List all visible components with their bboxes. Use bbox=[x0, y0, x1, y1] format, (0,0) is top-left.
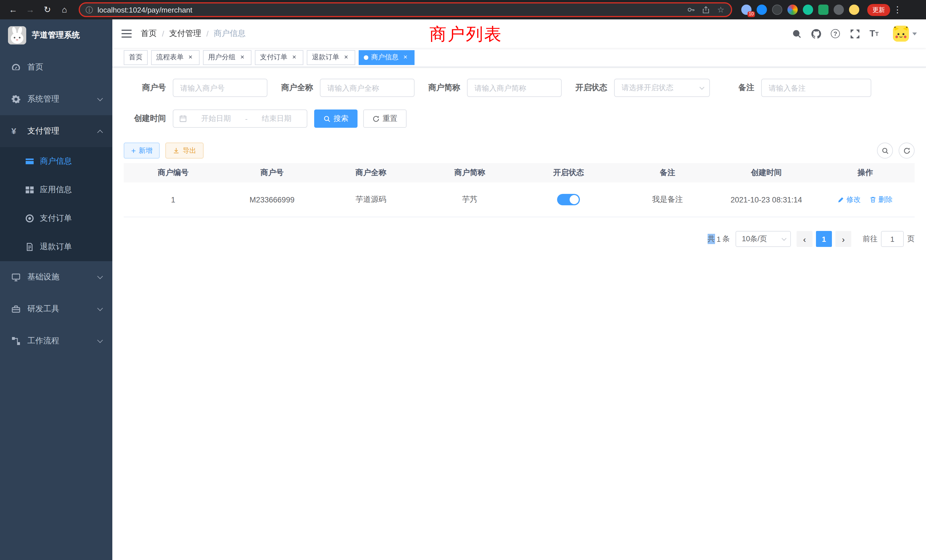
browser-menu-icon[interactable]: ⋮ bbox=[892, 5, 903, 15]
edit-icon bbox=[838, 196, 845, 203]
calendar-icon bbox=[179, 115, 187, 123]
monitor-icon bbox=[11, 272, 21, 282]
sidebar-toggle[interactable] bbox=[121, 30, 132, 38]
tab-pay-order[interactable]: 支付订单 × bbox=[255, 50, 303, 65]
add-button[interactable]: + 新增 bbox=[124, 142, 160, 159]
extension-icon[interactable]: 10 bbox=[741, 5, 752, 15]
chevron-down-icon bbox=[97, 274, 103, 279]
address-bar[interactable]: ⓘ localhost:1024/pay/merchant ☆ bbox=[79, 2, 732, 17]
cell-full-name: 芋道源码 bbox=[322, 194, 421, 205]
tab-close-icon[interactable]: × bbox=[401, 53, 409, 61]
main-area: 首页 / 支付管理 / 商户信息 商户列表 ? bbox=[112, 20, 926, 560]
edit-link[interactable]: 修改 bbox=[838, 195, 861, 204]
workflow-icon bbox=[11, 336, 21, 345]
tab-home[interactable]: 首页 bbox=[124, 50, 148, 65]
remark-input[interactable] bbox=[761, 79, 871, 97]
refresh-icon bbox=[372, 115, 380, 122]
goto-page-input[interactable] bbox=[881, 231, 904, 247]
browser-chrome: ← → ↻ ⌂ ⓘ localhost:1024/pay/merchant ☆ … bbox=[0, 0, 926, 20]
home-button[interactable]: ⌂ bbox=[57, 2, 72, 17]
sidebar-item-app-info[interactable]: 应用信息 bbox=[0, 176, 112, 204]
tab-close-icon[interactable]: × bbox=[186, 53, 194, 61]
refresh-icon bbox=[903, 147, 910, 154]
extension-icon[interactable] bbox=[803, 5, 813, 15]
extension-icon[interactable] bbox=[849, 5, 859, 15]
navbar-actions: ? TT bbox=[790, 26, 917, 42]
active-tab-dot bbox=[364, 55, 368, 60]
col-actions: 操作 bbox=[816, 168, 915, 178]
merchant-no-input[interactable] bbox=[173, 79, 268, 97]
date-separator: - bbox=[245, 114, 248, 123]
pagination: 共 1 条 10条/页 ‹ 1 › 前往 页 bbox=[124, 231, 915, 247]
sidebar-item-label: 系统管理 bbox=[27, 94, 59, 104]
refresh-table-button[interactable] bbox=[899, 142, 915, 159]
tab-label: 支付订单 bbox=[260, 53, 287, 62]
header-search-icon[interactable] bbox=[790, 27, 803, 40]
full-name-input[interactable] bbox=[320, 79, 415, 97]
create-time-range-picker[interactable]: 开始日期 - 结束日期 bbox=[173, 109, 307, 128]
tab-label: 退款订单 bbox=[312, 53, 339, 62]
bookmark-star-icon[interactable]: ☆ bbox=[716, 5, 725, 14]
breadcrumb-separator: / bbox=[206, 29, 209, 38]
extension-icon[interactable] bbox=[834, 5, 844, 15]
toggle-search-button[interactable] bbox=[877, 142, 893, 159]
delete-link[interactable]: 删除 bbox=[870, 195, 893, 204]
tab-close-icon[interactable]: × bbox=[238, 53, 246, 61]
password-key-icon[interactable] bbox=[687, 5, 696, 14]
reload-button[interactable]: ↻ bbox=[40, 2, 55, 17]
merchant-no-label: 商户号 bbox=[124, 83, 166, 93]
tab-user-group[interactable]: 用户分组 × bbox=[203, 50, 251, 65]
dashboard-icon bbox=[11, 63, 21, 72]
share-icon[interactable] bbox=[701, 5, 710, 14]
breadcrumb-home[interactable]: 首页 bbox=[141, 29, 157, 39]
document-icon bbox=[25, 242, 34, 251]
status-toggle[interactable] bbox=[557, 194, 580, 205]
breadcrumb-section[interactable]: 支付管理 bbox=[169, 29, 201, 39]
prev-page-button[interactable]: ‹ bbox=[797, 231, 813, 247]
sidebar-item-label: 退款订单 bbox=[40, 242, 72, 252]
col-remark: 备注 bbox=[618, 168, 717, 178]
tab-close-icon[interactable]: × bbox=[342, 53, 350, 61]
tab-process-form[interactable]: 流程表单 × bbox=[151, 50, 200, 65]
reset-button[interactable]: 重置 bbox=[363, 109, 407, 128]
sidebar-item-payment[interactable]: ¥ 支付管理 bbox=[0, 115, 112, 147]
search-button[interactable]: 搜索 bbox=[314, 109, 357, 128]
sidebar-item-devtools[interactable]: 研发工具 bbox=[0, 293, 112, 325]
help-icon[interactable]: ? bbox=[829, 27, 841, 40]
forward-button[interactable]: → bbox=[23, 2, 38, 17]
export-button[interactable]: 导出 bbox=[165, 142, 204, 159]
extension-icon[interactable] bbox=[818, 5, 829, 15]
short-name-input[interactable] bbox=[467, 79, 561, 97]
sidebar-item-merchant-info[interactable]: 商户信息 bbox=[0, 147, 112, 176]
plus-icon: + bbox=[131, 147, 136, 154]
extension-icon[interactable] bbox=[787, 5, 798, 15]
tab-merchant-info[interactable]: 商户信息 × bbox=[359, 50, 415, 65]
tab-close-icon[interactable]: × bbox=[290, 53, 298, 61]
sidebar-item-workflow[interactable]: 工作流程 bbox=[0, 325, 112, 357]
sidebar-item-refund-order[interactable]: 退款订单 bbox=[0, 233, 112, 261]
sidebar-item-system[interactable]: 系统管理 bbox=[0, 83, 112, 115]
page-1-button[interactable]: 1 bbox=[816, 231, 832, 247]
user-menu[interactable] bbox=[893, 26, 917, 42]
filter-row-2: 创建时间 开始日期 - 结束日期 搜索 重置 bbox=[124, 109, 915, 128]
extension-icon[interactable] bbox=[757, 5, 767, 15]
status-select[interactable]: 请选择开启状态 bbox=[614, 79, 710, 97]
col-merchant-no: 商户号 bbox=[222, 168, 322, 178]
font-size-icon[interactable]: TT bbox=[868, 27, 881, 40]
github-icon[interactable] bbox=[809, 27, 822, 40]
back-button[interactable]: ← bbox=[6, 2, 21, 17]
sidebar-item-home[interactable]: 首页 bbox=[0, 51, 112, 83]
sidebar-item-pay-order[interactable]: 支付订单 bbox=[0, 204, 112, 233]
next-page-button[interactable]: › bbox=[835, 231, 851, 247]
tab-refund-order[interactable]: 退款订单 × bbox=[307, 50, 355, 65]
sidebar-item-label: 商户信息 bbox=[40, 156, 72, 166]
browser-update-button[interactable]: 更新 bbox=[867, 4, 890, 16]
app-logo[interactable]: 芋道管理系统 bbox=[0, 20, 112, 51]
short-name-label: 商户简称 bbox=[428, 83, 460, 93]
sidebar-item-infra[interactable]: 基础设施 bbox=[0, 261, 112, 293]
site-info-icon[interactable]: ⓘ bbox=[86, 6, 93, 14]
extension-icon[interactable] bbox=[772, 5, 782, 15]
page-size-select[interactable]: 10条/页 bbox=[735, 231, 791, 247]
fullscreen-icon[interactable] bbox=[849, 27, 861, 40]
gear-icon bbox=[11, 95, 21, 104]
